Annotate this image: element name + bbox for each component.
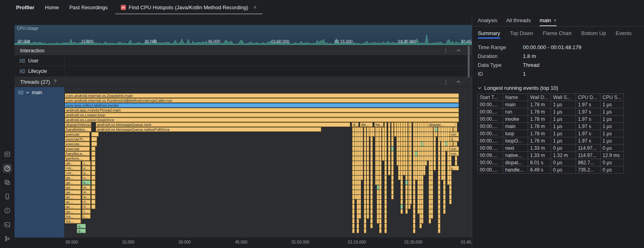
flame-frame-ac[interactable]: ac... [65,205,81,209]
flame-frame-execute[interactable]: execute [65,132,90,136]
track-row-user[interactable]: User [14,56,472,66]
thread-row-main[interactable]: main [14,87,65,238]
flame-frame-tra[interactable]: tra... [65,214,81,219]
events-row[interactable]: 00:00....loop1.78 m1 μs1.97 s1 μs [478,130,624,137]
cpu-usage-chart[interactable]: CPU Usage 00.00015.00030.00045.00001:00.… [14,25,472,45]
flame-frame[interactable] [91,200,95,204]
flame-frame-rl[interactable]: rl... [82,200,91,204]
events-col-wall-s[interactable]: Wall S... [551,94,576,101]
flame-frame-c[interactable]: c... [82,161,91,165]
flame-frame-com-android-internal-os-zygoteinit-main[interactable]: com.android.internal.os.ZygoteInit.main [65,93,459,98]
flame-frame-dispatchmessa[interactable]: dispatchMessa... [65,122,91,127]
flame-frame-perform[interactable]: perform... [65,156,90,161]
subtab-bottom-up[interactable]: Bottom Up [581,27,606,39]
close-tab-icon[interactable]: × [254,4,257,10]
events-col-cpu-d[interactable]: CPU D... [576,94,601,101]
flame-frame-android-os-messagequeue-nativepollonce[interactable]: android.os.MessageQueue.nativePollOnce [96,127,321,132]
track-row-lifecycle[interactable]: Lifecycle [14,66,472,76]
flame-frame-run[interactable]: run [450,151,459,156]
events-row[interactable]: 00:00....run1.78 m1 μs1.97 s1 μs [478,108,624,116]
flame-frame[interactable] [91,180,95,185]
flame-frame[interactable] [91,151,95,156]
flame-frame-ac[interactable]: ac... [65,200,81,204]
events-col-cpu-s[interactable]: CPU S... [601,94,624,101]
flame-frame-c[interactable]: c... [82,209,91,214]
app-inspection-icon[interactable] [3,178,12,187]
problems-icon[interactable] [3,206,12,215]
flame-frame-android-os-looper-looponce[interactable]: android.os.Looper.loopOnce [65,118,459,122]
flame-frame-android-app-activitythread-main[interactable]: android.app.ActivityThread.main [65,108,459,112]
subtab-top-down[interactable]: Top Down [510,27,533,39]
flame-frame-in[interactable]: <in... [65,171,81,175]
flame-frame[interactable] [91,176,95,180]
flame-frame-android-os-looper-loop[interactable]: android.os.Looper.loop [65,113,459,117]
events-row[interactable]: 00:00....main1.78 m1 μs1.97 s1 μs [478,101,624,108]
flame-frame-run[interactable]: run [450,147,459,151]
profiler-icon[interactable] [3,164,12,173]
flame-frame[interactable] [384,122,387,233]
flame-frame-d[interactable]: d... [450,137,459,141]
flame-frame-att[interactable]: att... [65,161,81,165]
flame-frame-t[interactable]: t... [82,214,91,219]
flame-frame-ge[interactable]: ge... [65,180,81,185]
flame-frame-execute[interactable]: execute [65,147,90,151]
flame-frame[interactable] [361,127,363,180]
collapse-section-icon[interactable] [456,49,460,52]
subtab-flame-chart[interactable]: Flame Chart [543,27,572,39]
subtab-summary[interactable]: Summary [478,27,500,39]
flame-frame[interactable] [91,195,95,199]
tab-home[interactable]: Home [45,4,59,10]
flame-frame-in[interactable]: in... [82,195,91,199]
tab-find-cpu-hotspots[interactable]: Find CPU Hotspots (Java/Kotlin Method Re… [115,0,262,14]
events-col-wall-d[interactable]: Wall D... [528,94,551,101]
flame-frame-ge[interactable]: ge... [65,176,81,180]
events-row[interactable]: 00:00....loopO...1.78 m1 μs1.97 s1 μs [478,137,624,145]
flame-frame[interactable] [91,171,95,175]
events-col-name[interactable]: Name [503,94,528,101]
tab-past-recordings[interactable]: Past Recordings [69,4,107,10]
flame-frame[interactable] [409,122,412,204]
flame-frame-run[interactable]: run [450,132,459,136]
flame-frame[interactable] [91,185,95,190]
flame-frame[interactable] [91,147,95,151]
flame-frame[interactable] [91,166,95,170]
flame-frame[interactable] [391,147,394,151]
terminal-icon[interactable] [3,220,12,229]
flame-frame-dis[interactable]: dis... [360,122,373,127]
flame-frame[interactable] [388,122,390,175]
flame-frame[interactable] [91,132,99,136]
close-icon[interactable]: × [553,17,557,23]
subtab-events[interactable]: Events [615,27,632,39]
flame-frame-in[interactable]: in... [82,190,91,194]
flame-frame[interactable] [435,127,438,132]
flame-frame-ge[interactable]: ge... [65,190,81,194]
events-row[interactable]: 00:00....handle...6.49 s0 μs735.2...0 μs [478,166,624,174]
chevron-down-icon[interactable] [26,91,29,94]
flame-frame-handlela[interactable]: handleLa... [65,151,90,156]
flame-frame-d[interactable]: d... [77,229,86,233]
flame-frame-rl[interactable]: rl... [82,205,91,209]
flame-frame[interactable] [405,180,408,185]
version-control-icon[interactable] [3,234,12,243]
flame-frame[interactable] [400,205,403,209]
flame-frame-executetr[interactable]: executeTr... [65,137,90,141]
flame-frame-o[interactable]: o... [77,224,86,228]
flame-frame-java-lang-reflect-method-invoke[interactable]: java.lang.reflect.Method.invoke [65,103,459,107]
vertical-scrollbar[interactable] [468,46,470,77]
longest-events-header[interactable]: Longest running events (top 10) [478,85,638,91]
flame-frame-handlemes[interactable]: handleMes... [65,127,91,132]
events-col-start-t[interactable]: Start T... [478,94,503,101]
events-row[interactable]: 00:00....main1.78 m1 μs1.97 s1 μs [478,123,624,130]
flame-frame[interactable] [91,156,95,161]
logcat-icon[interactable] [3,150,12,159]
flame-frame[interactable] [91,137,97,141]
flame-frame-ac[interactable]: ac... [65,195,81,199]
flame-frame-in[interactable]: in... [82,185,91,190]
flame-frame[interactable] [370,127,373,228]
flame-frame[interactable] [91,142,97,146]
flame-frame[interactable] [91,161,95,165]
flame-frame-s[interactable]: s... [82,180,91,185]
events-row[interactable]: 00:00....invoke1.78 m1 μs1.97 s1 μs [478,116,624,123]
running-devices-icon[interactable] [3,192,12,201]
flame-frame-p[interactable]: p... [450,166,459,170]
